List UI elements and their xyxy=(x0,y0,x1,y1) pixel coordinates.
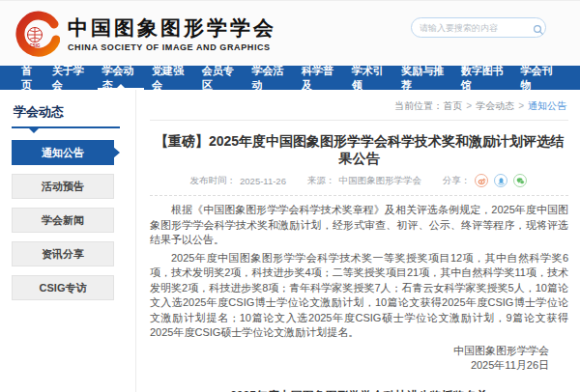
share-weibo-icon[interactable] xyxy=(475,174,488,187)
nav-item-home[interactable]: 首页 xyxy=(15,66,46,90)
share-wechat-icon[interactable] xyxy=(513,174,527,187)
main-nav: 首页 关于学会 学会动态 党建强会 会员专区 学会活动 科学普及 学术引领 奖励… xyxy=(0,66,580,90)
award-list-title: 2025年度中国图象图形学学会科技进步奖授奖名单 xyxy=(150,388,568,392)
article-body: 根据《中国图象图形学学会科学技术奖章程》及相关评选条例规定，2025年度中国图象… xyxy=(150,203,568,392)
svg-text:CSIG: CSIG xyxy=(29,42,41,47)
sidebar-item-notices[interactable]: 通知公告 xyxy=(12,140,114,165)
signature-date: 2025年11月26日 xyxy=(150,358,549,374)
nav-item-members[interactable]: 会员专区 xyxy=(196,66,246,90)
csig-logo-icon[interactable]: CSIG xyxy=(14,11,60,57)
sidebar-item-info-share[interactable]: 资讯分享 xyxy=(12,241,114,266)
breadcrumb-prefix: 当前位置： xyxy=(394,100,443,111)
breadcrumb-separator: > xyxy=(466,100,472,111)
nav-item-about[interactable]: 关于学会 xyxy=(46,66,97,90)
sidebar-title: 学会动态 xyxy=(12,101,135,126)
search-input[interactable] xyxy=(420,23,533,33)
share-qq-icon[interactable] xyxy=(494,174,508,187)
meta-divider xyxy=(150,195,568,196)
signature: 中国图象图形学学会 2025年11月26日 xyxy=(150,344,568,374)
nav-item-library[interactable]: 数字图书馆 xyxy=(455,66,515,90)
sidebar-title-underline xyxy=(12,126,120,128)
publish-label: 发布时间： xyxy=(190,175,237,187)
site-header: CSIG 中国图象图形学学会 CHINA SOCIETY OF IMAGE AN… xyxy=(0,0,580,66)
site-titles: 中国图象图形学学会 CHINA SOCIETY OF IMAGE AND GRA… xyxy=(68,15,276,52)
breadcrumb-news[interactable]: 学会动态 xyxy=(476,100,514,111)
nav-item-science[interactable]: 科学普及 xyxy=(296,66,346,90)
content-area: 当前位置：首页>学会动态>通知公告 【重磅】2025年度中国图象图形学学会科学技… xyxy=(135,90,568,392)
main-area: 学会动态 通知公告 活动预告 学会新闻 资讯分享 CSIG专访 当前位置：首页>… xyxy=(0,90,580,392)
breadcrumb-notices[interactable]: 通知公告 xyxy=(528,100,566,111)
signature-org: 中国图象图形学学会 xyxy=(150,344,549,359)
nav-item-awards[interactable]: 奖励与推荐 xyxy=(395,66,455,90)
source-label: 来源： xyxy=(307,175,335,187)
breadcrumb: 当前位置：首页>学会动态>通知公告 xyxy=(150,98,568,120)
site-title-en: CHINA SOCIETY OF IMAGE AND GRAPHICS xyxy=(68,42,276,52)
article-meta: 发布时间：2025-11-26 来源：中国图象图形学学会 分享： xyxy=(150,174,568,187)
breadcrumb-divider xyxy=(150,120,568,121)
paragraph-1: 根据《中国图象图形学学会科学技术奖章程》及相关评选条例规定，2025年度中国图象… xyxy=(150,203,568,248)
nav-item-academic[interactable]: 学术引领 xyxy=(346,66,396,90)
source-value: 中国图象图形学学会 xyxy=(338,175,421,187)
publish-date: 2025-11-26 xyxy=(240,176,286,186)
sidebar-item-news[interactable]: 学会新闻 xyxy=(12,208,114,233)
site-title-cn: 中国图象图形学学会 xyxy=(68,15,276,41)
share-label: 分享： xyxy=(443,175,471,187)
sidebar-item-previews[interactable]: 活动预告 xyxy=(12,174,114,199)
search-box xyxy=(411,17,546,38)
nav-item-journals[interactable]: 学会刊物 xyxy=(514,66,565,90)
article-title: 【重磅】2025年度中国图象图形学学会科学技术奖和激励计划评选结果公告 xyxy=(150,132,568,167)
nav-item-activities[interactable]: 学会活动 xyxy=(246,66,296,90)
sidebar: 学会动态 通知公告 活动预告 学会新闻 资讯分享 CSIG专访 xyxy=(12,90,135,392)
breadcrumb-separator: > xyxy=(518,100,524,111)
nav-item-party[interactable]: 党建强会 xyxy=(146,66,196,90)
nav-item-news[interactable]: 学会动态 xyxy=(96,66,146,90)
paragraph-2: 2025年度中国图象图形学学会科学技术奖一等奖授奖项目12项，其中自然科学奖6项… xyxy=(150,251,568,341)
search-icon[interactable] xyxy=(533,22,544,34)
page: CSIG 中国图象图形学学会 CHINA SOCIETY OF IMAGE AN… xyxy=(0,0,580,392)
sidebar-item-csig-interview[interactable]: CSIG专访 xyxy=(12,275,114,300)
breadcrumb-home[interactable]: 首页 xyxy=(443,100,462,111)
